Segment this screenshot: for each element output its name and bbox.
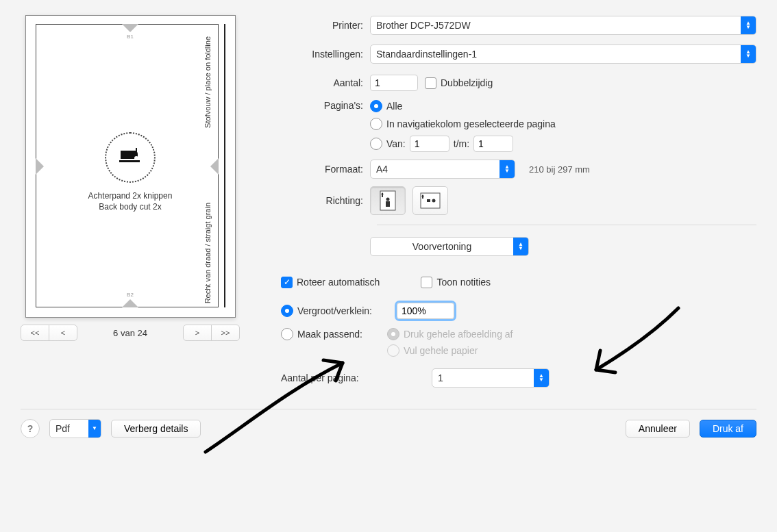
per-page-select[interactable]: 1 ▲▼ bbox=[432, 368, 550, 388]
chevron-updown-icon: ▲▼ bbox=[500, 160, 515, 178]
pages-label: Pagina's: bbox=[281, 100, 363, 111]
page-preview: B1 B2 Stofvouw / place on foldline Recht… bbox=[25, 15, 236, 318]
chevron-updown-icon: ▲▼ bbox=[741, 16, 756, 34]
preview-tag-bottom: B2 bbox=[127, 292, 134, 298]
printer-select[interactable]: Brother DCP-J572DW ▲▼ bbox=[370, 16, 756, 35]
chevron-updown-icon: ▲▼ bbox=[534, 369, 549, 387]
pager-prev-button[interactable]: < bbox=[49, 325, 77, 340]
fit-entire-image-radio: Druk gehele afbeelding af bbox=[387, 328, 513, 340]
sewing-machine-icon bbox=[118, 148, 143, 167]
svg-point-2 bbox=[386, 198, 390, 201]
copies-input[interactable] bbox=[370, 75, 418, 91]
preview-tag-top: B1 bbox=[127, 34, 134, 40]
chevron-down-icon: ▼ bbox=[88, 420, 101, 438]
preview-column: B1 B2 Stofvouw / place on foldline Recht… bbox=[21, 14, 240, 341]
help-button[interactable]: ? bbox=[21, 419, 40, 438]
svg-rect-3 bbox=[386, 201, 390, 207]
presets-select[interactable]: Standaardinstellingen-1 ▲▼ bbox=[370, 45, 756, 64]
preview-caption: Achterpand 2x knippen Back body cut 2x bbox=[88, 190, 173, 212]
pager-last-button[interactable]: >> bbox=[211, 325, 239, 340]
svg-point-0 bbox=[134, 156, 138, 160]
pages-to-input[interactable] bbox=[473, 136, 513, 152]
chevron-updown-icon: ▲▼ bbox=[513, 238, 528, 255]
print-dialog: B1 B2 Stofvouw / place on foldline Recht… bbox=[21, 14, 756, 390]
presets-label: Instellingen: bbox=[281, 49, 363, 60]
preview-logo bbox=[105, 132, 156, 183]
paper-size-select[interactable]: A4 ▲▼ bbox=[370, 160, 515, 179]
fit-radio[interactable]: Maak passend: bbox=[281, 328, 362, 340]
pages-all-radio[interactable]: Alle bbox=[370, 100, 556, 112]
format-label: Formaat: bbox=[281, 164, 363, 175]
pages-range-radio[interactable]: Van: t/m: bbox=[370, 136, 556, 152]
copies-label: Aantal: bbox=[281, 77, 363, 88]
show-notes-checkbox[interactable]: Toon notities bbox=[421, 277, 491, 288]
hide-details-button[interactable]: Verberg details bbox=[111, 420, 201, 438]
pager-next-button[interactable]: > bbox=[184, 325, 211, 340]
settings-column: Printer: Brother DCP-J572DW ▲▼ Instellin… bbox=[281, 14, 756, 390]
cancel-button[interactable]: Annuleer bbox=[626, 420, 690, 438]
printer-label: Printer: bbox=[281, 20, 363, 31]
orientation-label: Richting: bbox=[281, 195, 363, 206]
preview-fold-label: Stofvouw / place on foldline bbox=[204, 36, 212, 128]
orientation-landscape-button[interactable] bbox=[412, 186, 448, 215]
pager-first-button[interactable]: << bbox=[21, 325, 49, 340]
pager-label: 6 van 24 bbox=[113, 328, 147, 338]
print-button[interactable]: Druk af bbox=[700, 420, 756, 438]
preview-grain-label: Recht van draad / straigt grain bbox=[204, 203, 212, 303]
two-sided-checkbox[interactable]: Dubbelzijdig bbox=[425, 77, 493, 89]
scale-input[interactable] bbox=[397, 303, 454, 319]
fit-fill-paper-radio: Vul gehele papier bbox=[387, 344, 513, 357]
landscape-icon bbox=[420, 192, 441, 209]
dialog-footer: ? Pdf ▼ Verberg details Annuleer Druk af bbox=[21, 419, 756, 438]
chevron-updown-icon: ▲▼ bbox=[741, 45, 756, 63]
rotate-auto-checkbox[interactable]: Roteer automatisch bbox=[281, 277, 380, 288]
scale-radio[interactable]: Vergroot/verklein: bbox=[281, 305, 372, 317]
section-select[interactable]: Voorvertoning ▲▼ bbox=[370, 237, 529, 256]
pages-navcolumn-radio[interactable]: In navigatiekolom geselecteerde pagina bbox=[370, 118, 556, 130]
per-page-label: Aantal per pagina: bbox=[281, 372, 425, 383]
preview-pager: << < 6 van 24 > >> bbox=[21, 325, 240, 341]
pages-from-input[interactable] bbox=[410, 136, 449, 152]
svg-point-5 bbox=[432, 199, 436, 203]
format-dimensions: 210 bij 297 mm bbox=[529, 164, 590, 175]
portrait-icon bbox=[380, 190, 396, 211]
pdf-menu[interactable]: Pdf ▼ bbox=[49, 419, 101, 438]
orientation-portrait-button[interactable] bbox=[370, 186, 406, 215]
